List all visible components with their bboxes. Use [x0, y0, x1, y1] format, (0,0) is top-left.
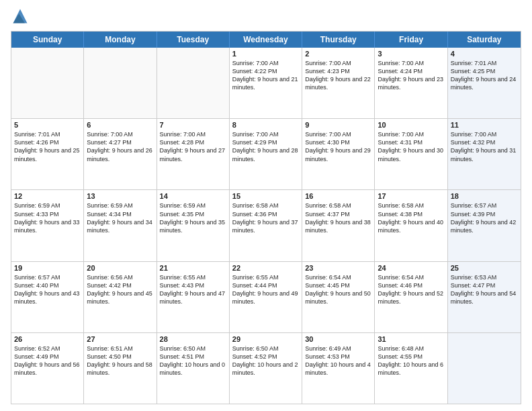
calendar-day-4: 4Sunrise: 7:01 AMSunset: 4:25 PMDaylight… — [448, 48, 521, 118]
day-info: Sunrise: 7:00 AMSunset: 4:28 PMDaylight:… — [160, 130, 226, 163]
day-info: Sunrise: 7:00 AMSunset: 4:23 PMDaylight:… — [305, 59, 371, 92]
calendar-day-14: 14Sunrise: 6:59 AMSunset: 4:35 PMDayligh… — [157, 190, 230, 261]
day-number: 4 — [451, 50, 518, 58]
header-day-thursday: Thursday — [302, 32, 375, 48]
calendar-week-3: 12Sunrise: 6:59 AMSunset: 4:33 PMDayligh… — [11, 189, 521, 261]
day-info: Sunrise: 7:00 AMSunset: 4:31 PMDaylight:… — [378, 130, 444, 163]
day-info: Sunrise: 6:54 AMSunset: 4:45 PMDaylight:… — [305, 273, 371, 306]
day-info: Sunrise: 7:01 AMSunset: 4:26 PMDaylight:… — [14, 130, 81, 163]
calendar-week-1: 1Sunrise: 7:00 AMSunset: 4:22 PMDaylight… — [11, 48, 521, 118]
calendar-day-9: 9Sunrise: 7:00 AMSunset: 4:30 PMDaylight… — [302, 119, 375, 189]
calendar-day-empty — [84, 48, 157, 118]
day-info: Sunrise: 6:50 AMSunset: 4:52 PMDaylight:… — [232, 345, 299, 377]
day-info: Sunrise: 6:55 AMSunset: 4:43 PMDaylight:… — [160, 273, 226, 306]
day-number: 6 — [87, 121, 153, 129]
calendar-day-26: 26Sunrise: 6:52 AMSunset: 4:49 PMDayligh… — [11, 333, 84, 404]
day-number: 11 — [451, 121, 518, 129]
day-number: 18 — [451, 192, 518, 200]
day-info: Sunrise: 7:00 AMSunset: 4:30 PMDaylight:… — [305, 130, 371, 163]
day-info: Sunrise: 6:59 AMSunset: 4:35 PMDaylight:… — [160, 201, 226, 234]
day-info: Sunrise: 7:01 AMSunset: 4:25 PMDaylight:… — [451, 59, 518, 92]
calendar-day-18: 18Sunrise: 6:57 AMSunset: 4:39 PMDayligh… — [448, 190, 521, 261]
day-info: Sunrise: 7:00 AMSunset: 4:22 PMDaylight:… — [232, 59, 299, 92]
calendar-header: SundayMondayTuesdayWednesdayThursdayFrid… — [11, 32, 521, 48]
day-number: 10 — [378, 121, 444, 129]
calendar-day-24: 24Sunrise: 6:54 AMSunset: 4:46 PMDayligh… — [375, 262, 447, 332]
header-day-tuesday: Tuesday — [157, 32, 230, 48]
day-info: Sunrise: 6:59 AMSunset: 4:34 PMDaylight:… — [87, 201, 153, 234]
day-number: 15 — [232, 192, 299, 200]
day-number: 17 — [378, 192, 444, 200]
calendar-body: 1Sunrise: 7:00 AMSunset: 4:22 PMDaylight… — [11, 48, 521, 404]
day-number: 8 — [232, 121, 299, 129]
day-number: 23 — [305, 264, 371, 272]
day-number: 5 — [14, 121, 81, 129]
day-number: 14 — [160, 192, 226, 200]
day-number: 13 — [87, 192, 153, 200]
day-number: 31 — [378, 335, 444, 343]
calendar-day-21: 21Sunrise: 6:55 AMSunset: 4:43 PMDayligh… — [157, 262, 230, 332]
day-info: Sunrise: 6:54 AMSunset: 4:46 PMDaylight:… — [378, 273, 444, 306]
day-number: 12 — [14, 192, 81, 200]
page: SundayMondayTuesdayWednesdayThursdayFrid… — [0, 0, 532, 411]
day-info: Sunrise: 7:00 AMSunset: 4:24 PMDaylight:… — [378, 59, 444, 92]
day-number: 9 — [305, 121, 371, 129]
day-info: Sunrise: 7:00 AMSunset: 4:27 PMDaylight:… — [87, 130, 153, 163]
calendar-week-2: 5Sunrise: 7:01 AMSunset: 4:26 PMDaylight… — [11, 118, 521, 189]
calendar-day-empty — [157, 48, 230, 118]
calendar-day-30: 30Sunrise: 6:49 AMSunset: 4:53 PMDayligh… — [302, 333, 375, 404]
calendar-day-17: 17Sunrise: 6:58 AMSunset: 4:38 PMDayligh… — [375, 190, 447, 261]
calendar-day-1: 1Sunrise: 7:00 AMSunset: 4:22 PMDaylight… — [230, 48, 302, 118]
day-info: Sunrise: 6:57 AMSunset: 4:39 PMDaylight:… — [451, 201, 518, 234]
day-info: Sunrise: 6:58 AMSunset: 4:37 PMDaylight:… — [305, 201, 371, 234]
calendar-day-22: 22Sunrise: 6:55 AMSunset: 4:44 PMDayligh… — [230, 262, 302, 332]
day-number: 26 — [14, 335, 81, 343]
calendar-day-10: 10Sunrise: 7:00 AMSunset: 4:31 PMDayligh… — [375, 119, 447, 189]
day-info: Sunrise: 7:00 AMSunset: 4:32 PMDaylight:… — [451, 130, 518, 163]
header-day-wednesday: Wednesday — [230, 32, 302, 48]
day-number: 22 — [232, 264, 299, 272]
calendar-day-15: 15Sunrise: 6:58 AMSunset: 4:36 PMDayligh… — [230, 190, 302, 261]
calendar-day-25: 25Sunrise: 6:53 AMSunset: 4:47 PMDayligh… — [448, 262, 521, 332]
logo-icon — [11, 7, 30, 26]
calendar-day-27: 27Sunrise: 6:51 AMSunset: 4:50 PMDayligh… — [84, 333, 157, 404]
day-info: Sunrise: 6:48 AMSunset: 4:55 PMDaylight:… — [378, 345, 444, 377]
calendar-day-12: 12Sunrise: 6:59 AMSunset: 4:33 PMDayligh… — [11, 190, 84, 261]
day-number: 19 — [14, 264, 81, 272]
day-number: 27 — [87, 335, 153, 343]
calendar-day-16: 16Sunrise: 6:58 AMSunset: 4:37 PMDayligh… — [302, 190, 375, 261]
day-number: 21 — [160, 264, 226, 272]
calendar-day-empty — [448, 333, 521, 404]
day-info: Sunrise: 6:52 AMSunset: 4:49 PMDaylight:… — [14, 345, 81, 377]
calendar: SundayMondayTuesdayWednesdayThursdayFrid… — [11, 31, 521, 404]
calendar-day-empty — [11, 48, 84, 118]
calendar-day-20: 20Sunrise: 6:56 AMSunset: 4:42 PMDayligh… — [84, 262, 157, 332]
calendar-day-5: 5Sunrise: 7:01 AMSunset: 4:26 PMDaylight… — [11, 119, 84, 189]
day-number: 2 — [305, 50, 371, 58]
header — [11, 7, 521, 26]
day-info: Sunrise: 6:58 AMSunset: 4:36 PMDaylight:… — [232, 201, 299, 234]
day-info: Sunrise: 6:51 AMSunset: 4:50 PMDaylight:… — [87, 345, 153, 377]
day-info: Sunrise: 6:57 AMSunset: 4:40 PMDaylight:… — [14, 273, 81, 306]
day-info: Sunrise: 6:56 AMSunset: 4:42 PMDaylight:… — [87, 273, 153, 306]
day-number: 28 — [160, 335, 226, 343]
day-number: 1 — [232, 50, 299, 58]
calendar-day-31: 31Sunrise: 6:48 AMSunset: 4:55 PMDayligh… — [375, 333, 447, 404]
day-info: Sunrise: 6:58 AMSunset: 4:38 PMDaylight:… — [378, 201, 444, 234]
day-number: 16 — [305, 192, 371, 200]
day-info: Sunrise: 6:53 AMSunset: 4:47 PMDaylight:… — [451, 273, 518, 306]
day-info: Sunrise: 6:55 AMSunset: 4:44 PMDaylight:… — [232, 273, 299, 306]
day-number: 20 — [87, 264, 153, 272]
calendar-week-5: 26Sunrise: 6:52 AMSunset: 4:49 PMDayligh… — [11, 332, 521, 404]
day-info: Sunrise: 6:49 AMSunset: 4:53 PMDaylight:… — [305, 345, 371, 377]
calendar-day-7: 7Sunrise: 7:00 AMSunset: 4:28 PMDaylight… — [157, 119, 230, 189]
day-info: Sunrise: 6:50 AMSunset: 4:51 PMDaylight:… — [160, 345, 226, 377]
calendar-day-6: 6Sunrise: 7:00 AMSunset: 4:27 PMDaylight… — [84, 119, 157, 189]
header-day-sunday: Sunday — [11, 32, 84, 48]
calendar-day-23: 23Sunrise: 6:54 AMSunset: 4:45 PMDayligh… — [302, 262, 375, 332]
calendar-day-29: 29Sunrise: 6:50 AMSunset: 4:52 PMDayligh… — [230, 333, 302, 404]
calendar-day-11: 11Sunrise: 7:00 AMSunset: 4:32 PMDayligh… — [448, 119, 521, 189]
day-info: Sunrise: 7:00 AMSunset: 4:29 PMDaylight:… — [232, 130, 299, 163]
day-number: 29 — [232, 335, 299, 343]
header-day-saturday: Saturday — [448, 32, 521, 48]
